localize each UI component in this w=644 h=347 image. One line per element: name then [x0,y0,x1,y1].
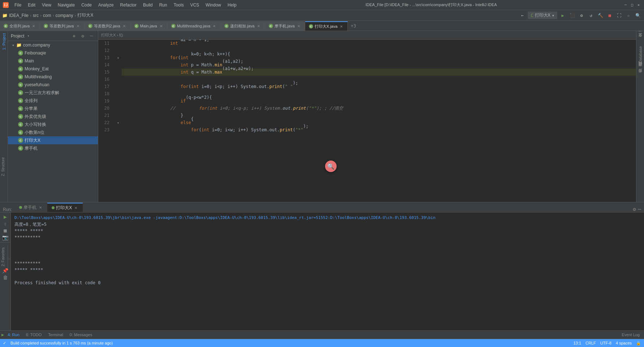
build-button[interactable]: 🔨 [596,12,604,19]
sidebar-gear-icon[interactable]: ─ [88,32,95,40]
breadcrumb-company[interactable]: company [56,13,73,18]
menu-edit[interactable]: Edit [25,2,38,8]
tree-item-com-company[interactable]: ▾ 📁 com.company [8,41,98,49]
bottom-tab-close-moshouji[interactable]: ✕ [38,205,43,210]
tree-item-xiaoshu[interactable]: C 小数第n位 [8,128,98,136]
right-tab-resources[interactable]: 资源管理 [636,32,644,37]
run-action-icon[interactable]: ▶ [4,214,7,220]
indent-size[interactable]: 4 spaces [616,341,632,345]
tree-item-waimei[interactable]: C 外卖优先级 [8,113,98,120]
breadcrumb-idea-file[interactable]: IDEA_File [9,13,29,18]
right-tab-article[interactable]: 文章 [636,38,644,43]
screenshot-icon[interactable]: 📷 [2,234,8,240]
tab-diguixiangjia[interactable]: C 递归相加.java ✕ [221,21,265,31]
menu-view[interactable]: View [39,2,54,8]
bottom-minimize-icon[interactable]: ─ [638,206,641,212]
tree-item-feibonaqie[interactable]: C Feibonaqie [8,49,98,57]
right-tab-jicao[interactable]: 吉草 找碴 [636,67,644,72]
frame-button[interactable]: ⛶ [615,12,623,19]
tab-close-dengchashulie2[interactable]: ✕ [122,23,127,28]
sidebar-settings-icon[interactable]: ⚙ [79,32,86,40]
code-content[interactable]: int a2 = h - 1; for(int k=0; k<h; k++){ … [122,40,636,202]
menu-navigate[interactable]: Navigate [55,2,78,8]
tab-close-moshouji[interactable]: ✕ [296,23,301,28]
tab-moshouji[interactable]: C 摩手机.java ✕ [265,21,305,31]
back-button[interactable]: ← [518,12,526,19]
breadcrumb-src[interactable]: src [33,13,39,18]
tree-item-quanpailie[interactable]: C 全排列 [8,97,98,105]
run-icon-status[interactable]: ▶ [1,332,4,337]
menu-analyze[interactable]: Analyze [95,2,117,8]
tree-item-fenpingguo[interactable]: C 分苹果 [8,105,98,113]
breadcrumb-com[interactable]: com [43,13,51,18]
menu-refactor[interactable]: Refactor [117,2,139,8]
trash-icon[interactable]: 🗑 [3,274,8,280]
minimize-button[interactable]: ─ [623,3,628,8]
right-tab-dedu[interactable]: 得多 [636,74,644,78]
breadcrumb-project[interactable]: 📁 [2,13,8,18]
bottom-todo-tab[interactable]: 6: TODO [23,333,45,337]
bottom-tab-dayindax[interactable]: 打印大X ✕ [47,203,83,212]
gutter-13[interactable]: ▾ [114,54,122,61]
run-with-coverage-button[interactable]: ⚙ [578,12,585,19]
profile-button[interactable]: ↺ [587,12,595,19]
stop-button[interactable]: ■ [606,12,614,19]
tab-close-dengchashulie[interactable]: ✕ [75,23,81,28]
rerun-icon[interactable]: ⇧ [4,221,7,227]
bottom-run-tab[interactable]: 4: Run [5,333,22,337]
tree-item-moshouji2[interactable]: C 摩手机 [8,144,98,152]
bottom-tab-close-dayindax[interactable]: ✕ [73,205,78,210]
debug-button[interactable]: ⬛ [568,12,576,19]
search-everywhere-button[interactable]: 🔍 [634,12,642,19]
z-structure-tab[interactable]: Z: Structure [0,155,6,178]
tab-dengchashulie[interactable]: C 等差数列.java ✕ [40,21,84,31]
menu-code[interactable]: Code [78,2,95,8]
cursor-position[interactable]: 13:1 [574,341,581,345]
search-popup-button[interactable]: 🔍 [325,161,337,172]
run-output[interactable]: D:\ToolBoxs\apps\IDEA-U\ch-0\193.6015.39… [11,212,644,330]
encoding[interactable]: UTF-8 [600,341,611,345]
stop-action-icon[interactable]: ■ [4,228,7,233]
run-config[interactable]: C 打印大X ▾ [528,12,557,19]
maximize-button[interactable]: □ [630,3,635,8]
event-log-button[interactable]: Event Log [619,333,643,337]
favorites-tab[interactable]: 2: Favorites [0,245,6,268]
tab-close-diguixiangjia[interactable]: ✕ [256,23,261,28]
menu-file[interactable]: File [12,2,24,8]
tab-more[interactable]: +3 [348,23,359,28]
tab-dengchashulie2[interactable]: C 等差数列2.java ✕ [85,21,131,31]
menu-build[interactable]: Build [140,2,156,8]
sidebar-dropdown[interactable]: ▾ [27,34,30,38]
tab-dayindax[interactable]: C 打印大X.java ✕ [305,21,348,31]
menu-tools[interactable]: Tools [171,2,187,8]
tab-close-quanpailie[interactable]: ✕ [31,23,36,28]
tree-item-daxiaoxie[interactable]: C 大小写转换 [8,120,98,128]
menu-vcs[interactable]: VCS [187,2,202,8]
breadcrumb-file[interactable]: 打印大X [77,12,93,18]
sidebar-scope-icon[interactable]: ⊕ [70,32,78,40]
tree-item-dayindax-selected[interactable]: C 打印大X [8,136,98,144]
close-button[interactable]: ✕ [636,3,641,8]
menu-run[interactable]: Run [156,2,170,8]
run-button[interactable]: ▶ [559,12,567,19]
tab-close-main[interactable]: ✕ [159,23,164,28]
tab-multithreading[interactable]: C Multithreading.java ✕ [168,21,221,31]
menu-help[interactable]: Help [225,2,239,8]
tree-item-cubic[interactable]: C 一元三次方程求解 [8,89,98,97]
tree-item-monkey-eat[interactable]: C Monkey_Eat [8,65,98,73]
line-separator[interactable]: CRLF [585,341,596,345]
tab-quanpailie[interactable]: C 全排列.java ✕ [0,21,40,31]
bottom-tab-moshouji[interactable]: 摩手机 ✕ [15,203,47,212]
tree-item-multithreading[interactable]: C Multithreading [8,73,98,81]
project-panel-tab[interactable]: 1: Project [1,31,7,52]
pin-icon[interactable]: 📌 [2,268,8,273]
bookmark-button[interactable]: ☆ [624,12,632,19]
tree-item-yuesefuhuan[interactable]: C yuesefuhuan [8,81,98,89]
tab-close-dayindax[interactable]: ✕ [339,24,344,29]
tree-item-main[interactable]: C Main [8,57,98,65]
tab-close-multithreading[interactable]: ✕ [212,23,217,28]
bottom-terminal-tab[interactable]: Terminal [45,333,66,337]
right-tab-database[interactable]: Database [637,44,644,65]
build-message[interactable]: Build completed successfully in 1 s 763 … [10,341,113,345]
bottom-settings-icon[interactable]: ⚙ [633,206,636,212]
